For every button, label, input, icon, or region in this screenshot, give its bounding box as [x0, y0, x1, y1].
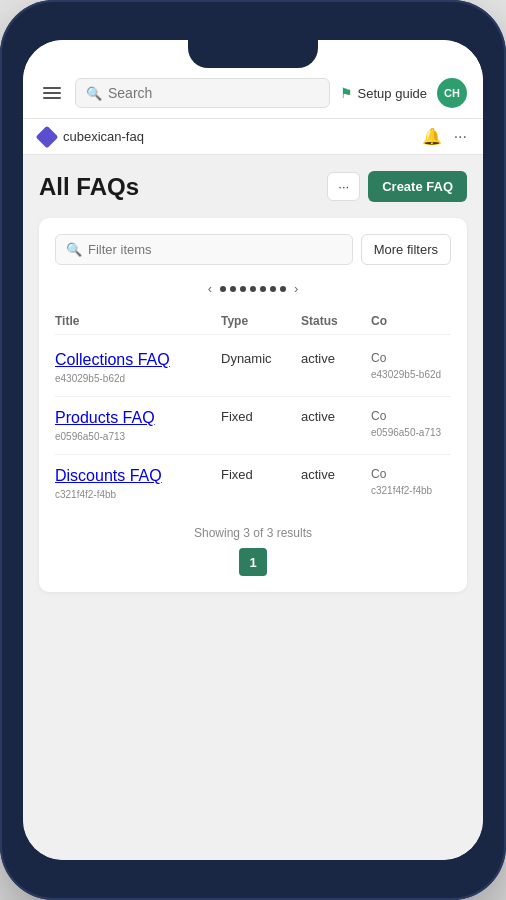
phone-frame: 🔍 ⚑ Setup guide CH cubexican-faq	[0, 0, 506, 900]
table-row: Products FAQ e0596a50-a713 Fixed active …	[55, 397, 451, 455]
cell-status-0: active	[301, 351, 371, 366]
col-header-status: Status	[301, 314, 371, 328]
filter-input-wrap[interactable]: 🔍	[55, 234, 353, 265]
col-header-co: Co	[371, 314, 451, 328]
dot-4	[250, 286, 256, 292]
faq-title-link-1[interactable]: Products FAQ	[55, 409, 155, 426]
table-rows: Collections FAQ e43029b5-b62d Dynamic ac…	[55, 339, 451, 512]
cell-col-0: Co e43029b5-b62d	[371, 351, 451, 380]
col-header-type: Type	[221, 314, 301, 328]
bell-icon[interactable]: 🔔	[422, 127, 442, 146]
dot-6	[270, 286, 276, 292]
pagination-footer: Showing 3 of 3 results 1	[55, 526, 451, 576]
create-faq-button[interactable]: Create FAQ	[368, 171, 467, 202]
breadcrumb-bar: cubexican-faq 🔔 ···	[23, 119, 483, 155]
page-1-button[interactable]: 1	[239, 548, 267, 576]
faq-title-link-0[interactable]: Collections FAQ	[55, 351, 170, 368]
col-label-1: Co	[371, 409, 451, 423]
cell-col-2: Co c321f4f2-f4bb	[371, 467, 451, 496]
screen-content: 🔍 ⚑ Setup guide CH cubexican-faq	[23, 40, 483, 860]
prev-column-button[interactable]: ‹	[204, 279, 216, 298]
col-id-1: e0596a50-a713	[371, 427, 451, 438]
col-label-2: Co	[371, 467, 451, 481]
cell-type-2: Fixed	[221, 467, 301, 482]
search-icon: 🔍	[86, 86, 102, 101]
dot-2	[230, 286, 236, 292]
filter-search-icon: 🔍	[66, 242, 82, 257]
avatar[interactable]: CH	[437, 78, 467, 108]
cell-col-1: Co e0596a50-a713	[371, 409, 451, 438]
col-id-0: e43029b5-b62d	[371, 369, 451, 380]
page-title: All FAQs	[39, 173, 139, 201]
diamond-icon	[36, 125, 59, 148]
faq-card: 🔍 More filters ‹	[39, 218, 467, 592]
search-bar[interactable]: 🔍	[75, 78, 330, 108]
setup-guide-button[interactable]: ⚑ Setup guide	[340, 85, 427, 101]
next-column-button[interactable]: ›	[290, 279, 302, 298]
cell-id-2: c321f4f2-f4bb	[55, 489, 221, 500]
table-row: Discounts FAQ c321f4f2-f4bb Fixed active…	[55, 455, 451, 512]
page-number-btns: 1	[55, 548, 451, 576]
faq-title-link-2[interactable]: Discounts FAQ	[55, 467, 162, 484]
cell-type-1: Fixed	[221, 409, 301, 424]
more-filters-button[interactable]: More filters	[361, 234, 451, 265]
table-row: Collections FAQ e43029b5-b62d Dynamic ac…	[55, 339, 451, 397]
table-header: Title Type Status Co	[55, 308, 451, 335]
main-content: All FAQs ··· Create FAQ 🔍 More filt	[23, 155, 483, 860]
search-input[interactable]	[108, 85, 319, 101]
results-text: Showing 3 of 3 results	[55, 526, 451, 540]
notch	[188, 40, 318, 68]
breadcrumb-more-icon[interactable]: ···	[454, 128, 467, 146]
cell-id-0: e43029b5-b62d	[55, 373, 221, 384]
dot-1	[220, 286, 226, 292]
cell-title-0: Collections FAQ e43029b5-b62d	[55, 351, 221, 384]
cell-type-0: Dynamic	[221, 351, 301, 366]
filter-input[interactable]	[88, 242, 342, 257]
col-header-title: Title	[55, 314, 221, 328]
dot-5	[260, 286, 266, 292]
cell-status-1: active	[301, 409, 371, 424]
dot-3	[240, 286, 246, 292]
setup-guide-label: Setup guide	[358, 86, 427, 101]
app-name-label: cubexican-faq	[63, 129, 144, 144]
flag-icon: ⚑	[340, 85, 353, 101]
pagination-dots: ‹ ›	[55, 279, 451, 298]
page-header: All FAQs ··· Create FAQ	[39, 171, 467, 202]
cell-status-2: active	[301, 467, 371, 482]
col-label-0: Co	[371, 351, 451, 365]
cell-id-1: e0596a50-a713	[55, 431, 221, 442]
hamburger-button[interactable]	[39, 83, 65, 103]
header-actions: ··· Create FAQ	[327, 171, 467, 202]
phone-screen: 🔍 ⚑ Setup guide CH cubexican-faq	[23, 40, 483, 860]
cell-title-1: Products FAQ e0596a50-a713	[55, 409, 221, 442]
cell-title-2: Discounts FAQ c321f4f2-f4bb	[55, 467, 221, 500]
page-more-button[interactable]: ···	[327, 172, 360, 201]
dot-7	[280, 286, 286, 292]
breadcrumb-left: cubexican-faq	[39, 129, 144, 145]
filter-row: 🔍 More filters	[55, 234, 451, 265]
avatar-initials: CH	[444, 87, 460, 99]
col-id-2: c321f4f2-f4bb	[371, 485, 451, 496]
breadcrumb-right: 🔔 ···	[422, 127, 467, 146]
